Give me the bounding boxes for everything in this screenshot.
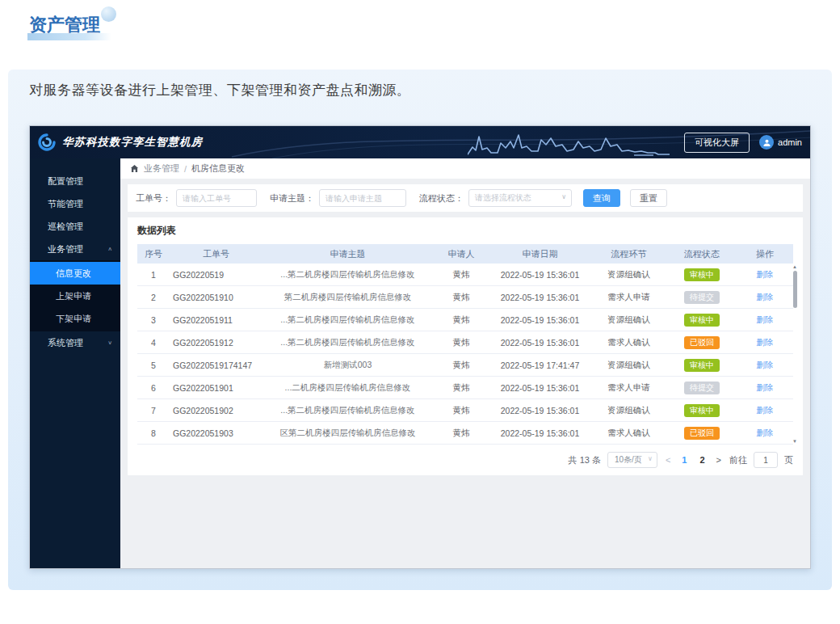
cell-applicant: 黄炜 — [433, 360, 489, 371]
cell-order-no: GG2022051910 — [170, 293, 262, 302]
data-list-title: 数据列表 — [137, 224, 793, 238]
table-row: 4 GG2022051912 ...第二机房楼四层传输机房信息修改 黄炜 202… — [137, 331, 793, 354]
delete-link[interactable]: 删除 — [757, 292, 774, 301]
cell-applicant: 黄炜 — [433, 337, 489, 348]
scrollbar-thumb[interactable] — [793, 271, 797, 308]
next-page-button[interactable]: > — [715, 455, 723, 465]
page-number-1[interactable]: 1 — [678, 455, 690, 465]
sidebar-submenu-business: 信息更改 上架申请 下架申请 — [30, 260, 120, 331]
work-order-input[interactable] — [176, 189, 257, 207]
status-select-placeholder: 请选择流程状态 — [475, 192, 531, 204]
cell-subject: ...第二机房楼四层传输机房信息修改 — [262, 314, 433, 326]
cell-index: 8 — [137, 428, 170, 438]
page-size-value: 10条/页 — [615, 454, 642, 466]
chevron-up-icon: ∧ — [107, 246, 112, 251]
cell-date: 2022-05-19 15:36:01 — [489, 270, 590, 280]
cell-order-no: GG20220519174147 — [170, 360, 262, 370]
goto-page-input[interactable] — [754, 452, 778, 468]
pagination: 共 13 条 10条/页 ∨ < 1 2 > 前往 页 — [137, 452, 793, 468]
sidebar-item-config[interactable]: 配置管理 — [30, 170, 120, 192]
cell-step: 需求人确认 — [590, 428, 667, 439]
status-badge: 审核中 — [684, 314, 720, 327]
scroll-down-icon[interactable]: ▼ — [792, 438, 797, 445]
sidebar-item-label: 下架申请 — [56, 313, 91, 325]
reset-button[interactable]: 重置 — [630, 189, 667, 207]
data-list-card: 数据列表 序号 工单号 申请主题 申请人 申请日期 流程环节 流程状态 操作 — [128, 217, 803, 475]
status-badge: 待提交 — [684, 382, 720, 394]
brand-name: 华苏科技数字孪生智慧机房 — [62, 135, 203, 150]
delete-link[interactable]: 删除 — [757, 269, 774, 279]
delete-link[interactable]: 删除 — [757, 428, 774, 437]
brand-logo-icon — [38, 133, 56, 151]
cell-date: 2022-05-19 15:36:01 — [489, 383, 590, 393]
delete-link[interactable]: 删除 — [757, 360, 774, 369]
delete-link[interactable]: 删除 — [757, 405, 774, 415]
table-scrollbar[interactable]: ▲ ▼ — [792, 264, 798, 445]
cell-index: 4 — [137, 338, 170, 348]
big-screen-button[interactable]: 可视化大屏 — [684, 133, 750, 153]
status-badge: 待提交 — [684, 291, 720, 304]
table-row: 1 GG20220519 ...第二机房楼四层传输机房信息修改 黄炜 2022-… — [137, 264, 793, 286]
chevron-down-icon: ∨ — [107, 339, 112, 345]
cell-step: 需求人申请 — [590, 292, 667, 303]
cell-order-no: GG2022051903 — [170, 428, 262, 438]
cell-subject: ...第二机房楼四层传输机房信息修改 — [262, 337, 433, 348]
column-header-applicant: 申请人 — [433, 248, 489, 260]
page-size-select[interactable]: 10条/页 ∨ — [607, 452, 657, 468]
sidebar-item-system[interactable]: 系统管理 ∨ — [30, 331, 120, 354]
cell-index: 5 — [137, 360, 170, 370]
sidebar-item-label: 上架申请 — [56, 290, 91, 302]
cell-applicant: 黄炜 — [433, 428, 489, 439]
sidebar-item-info-change[interactable]: 信息更改 — [30, 262, 120, 285]
header-right: 可视化大屏 admin — [684, 126, 802, 158]
status-select[interactable]: 请选择流程状态 ∨ — [468, 189, 572, 207]
cell-step: 资源组确认 — [590, 405, 667, 416]
cell-applicant: 黄炜 — [433, 292, 489, 303]
cell-subject: 区第二机房楼四层传输机房信息修改 — [262, 428, 433, 439]
goto-suffix: 页 — [784, 454, 793, 466]
page-number-2[interactable]: 2 — [696, 455, 708, 465]
scroll-up-icon[interactable]: ▲ — [792, 264, 797, 270]
cell-date: 2022-05-19 15:36:01 — [489, 406, 590, 415]
breadcrumb-section[interactable]: 业务管理 — [144, 162, 179, 175]
app-body: 配置管理 节能管理 巡检管理 业务管理 ∧ 信息更改 上架申请 — [30, 158, 810, 568]
cell-index: 2 — [137, 293, 170, 302]
cell-date: 2022-05-19 17:41:47 — [489, 360, 590, 370]
cell-order-no: GG2022051912 — [170, 338, 262, 348]
status-badge: 审核中 — [684, 404, 720, 417]
sidebar-item-inspection[interactable]: 巡检管理 — [30, 215, 120, 238]
delete-link[interactable]: 删除 — [757, 337, 774, 347]
column-header-index: 序号 — [137, 248, 170, 260]
status-badge: 审核中 — [684, 268, 720, 281]
column-header-step: 流程环节 — [590, 248, 667, 260]
search-button[interactable]: 查询 — [583, 189, 620, 207]
status-badge: 已驳回 — [684, 427, 720, 440]
chevron-down-icon: ∨ — [561, 193, 566, 200]
cell-applicant: 黄炜 — [433, 382, 489, 394]
title-ball-decoration — [101, 6, 116, 22]
data-table: 序号 工单号 申请主题 申请人 申请日期 流程环节 流程状态 操作 1 GG20… — [137, 244, 793, 445]
prev-page-button[interactable]: < — [664, 455, 672, 465]
table-header: 序号 工单号 申请主题 申请人 申请日期 流程环节 流程状态 操作 — [137, 244, 793, 264]
sidebar-item-business[interactable]: 业务管理 ∧ — [30, 238, 120, 260]
cell-applicant: 黄炜 — [433, 314, 489, 326]
sidebar-item-label: 系统管理 — [48, 337, 83, 349]
cell-step: 资源组确认 — [590, 314, 667, 326]
sidebar-item-energy[interactable]: 节能管理 — [30, 192, 120, 215]
column-header-status: 流程状态 — [667, 248, 737, 260]
sidebar-item-label: 节能管理 — [48, 198, 83, 210]
subject-label: 申请主题： — [270, 192, 314, 204]
status-badge: 审核中 — [684, 359, 720, 372]
subject-input[interactable] — [319, 189, 406, 207]
delete-link[interactable]: 删除 — [757, 314, 774, 324]
user-menu[interactable]: admin — [759, 135, 802, 150]
sidebar-item-rack-off[interactable]: 下架申请 — [30, 307, 120, 330]
cell-subject: 新增测试003 — [262, 360, 433, 371]
cell-order-no: GG2022051901 — [170, 383, 262, 393]
delete-link[interactable]: 删除 — [757, 382, 774, 392]
cell-order-no: GG2022051911 — [170, 315, 262, 325]
sidebar-item-rack-on[interactable]: 上架申请 — [30, 285, 120, 307]
cell-subject: ...第二机房楼四层传输机房信息修改 — [262, 405, 433, 416]
cell-step: 资源组确认 — [590, 360, 667, 371]
breadcrumb-current: 机房信息更改 — [191, 162, 245, 175]
